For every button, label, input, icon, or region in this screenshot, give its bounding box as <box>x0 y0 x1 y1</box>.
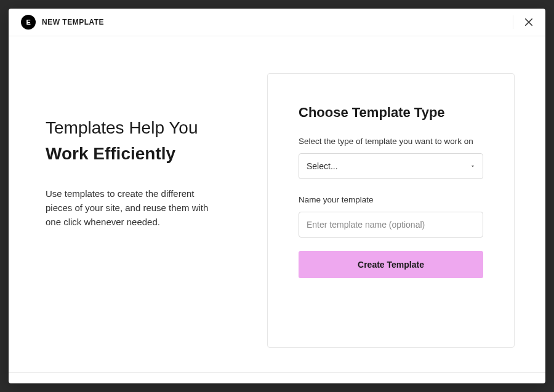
header-left: E NEW TEMPLATE <box>21 15 104 30</box>
elementor-logo-icon: E <box>21 15 36 30</box>
form-column: Choose Template Type Select the type of … <box>267 73 515 348</box>
template-type-select-wrap: Select... <box>299 153 483 179</box>
modal-title: NEW TEMPLATE <box>42 18 104 26</box>
template-name-input[interactable] <box>299 212 483 238</box>
modal-footer-divider <box>9 372 545 383</box>
close-icon <box>523 17 534 28</box>
create-template-button[interactable]: Create Template <box>299 251 483 278</box>
template-type-select[interactable]: Select... <box>299 153 483 179</box>
template-name-label: Name your template <box>299 195 483 204</box>
promo-subtitle: Work Efficiently <box>46 142 243 166</box>
modal-header: E NEW TEMPLATE <box>9 9 545 36</box>
promo-title: Templates Help You <box>46 116 243 140</box>
template-type-value: Select... <box>307 161 338 171</box>
logo-letter: E <box>26 18 31 26</box>
modal-body: Templates Help You Work Efficiently Use … <box>9 36 545 372</box>
promo-description: Use templates to create the different pi… <box>46 186 218 230</box>
promo-column: Templates Help You Work Efficiently Use … <box>46 73 243 348</box>
new-template-modal: E NEW TEMPLATE Templates Help You Work E… <box>9 9 545 383</box>
close-button[interactable] <box>513 15 534 29</box>
form-title: Choose Template Type <box>299 105 483 121</box>
form-card: Choose Template Type Select the type of … <box>267 73 515 348</box>
template-type-label: Select the type of template you want to … <box>299 137 483 146</box>
